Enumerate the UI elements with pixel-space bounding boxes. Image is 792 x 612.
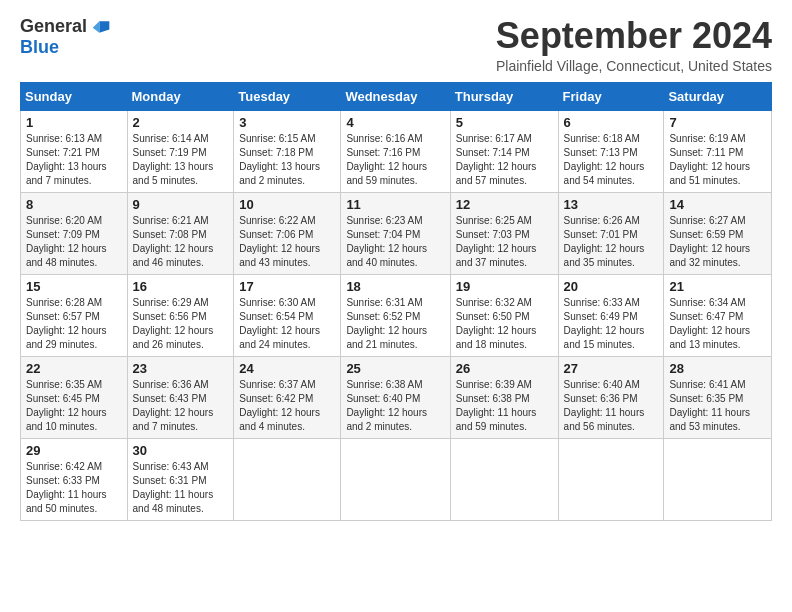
- day-number: 12: [456, 197, 553, 212]
- day-info: Sunrise: 6:37 AMSunset: 6:42 PMDaylight:…: [239, 379, 320, 432]
- day-number: 18: [346, 279, 444, 294]
- day-info: Sunrise: 6:41 AMSunset: 6:35 PMDaylight:…: [669, 379, 750, 432]
- day-cell: 30 Sunrise: 6:43 AMSunset: 6:31 PMDaylig…: [127, 438, 234, 520]
- day-number: 3: [239, 115, 335, 130]
- day-cell: 2 Sunrise: 6:14 AMSunset: 7:19 PMDayligh…: [127, 110, 234, 192]
- day-info: Sunrise: 6:18 AMSunset: 7:13 PMDaylight:…: [564, 133, 645, 186]
- day-cell: 8 Sunrise: 6:20 AMSunset: 7:09 PMDayligh…: [21, 192, 128, 274]
- day-cell: 11 Sunrise: 6:23 AMSunset: 7:04 PMDaylig…: [341, 192, 450, 274]
- week-row-5: 29 Sunrise: 6:42 AMSunset: 6:33 PMDaylig…: [21, 438, 772, 520]
- day-number: 20: [564, 279, 659, 294]
- logo-general: General: [20, 16, 87, 37]
- location-title: Plainfield Village, Connecticut, United …: [496, 58, 772, 74]
- day-info: Sunrise: 6:13 AMSunset: 7:21 PMDaylight:…: [26, 133, 107, 186]
- day-cell: 24 Sunrise: 6:37 AMSunset: 6:42 PMDaylig…: [234, 356, 341, 438]
- calendar-table: SundayMondayTuesdayWednesdayThursdayFrid…: [20, 82, 772, 521]
- day-info: Sunrise: 6:20 AMSunset: 7:09 PMDaylight:…: [26, 215, 107, 268]
- day-number: 16: [133, 279, 229, 294]
- day-cell: 5 Sunrise: 6:17 AMSunset: 7:14 PMDayligh…: [450, 110, 558, 192]
- day-cell: [664, 438, 772, 520]
- day-info: Sunrise: 6:27 AMSunset: 6:59 PMDaylight:…: [669, 215, 750, 268]
- day-cell: 14 Sunrise: 6:27 AMSunset: 6:59 PMDaylig…: [664, 192, 772, 274]
- day-number: 11: [346, 197, 444, 212]
- day-cell: 7 Sunrise: 6:19 AMSunset: 7:11 PMDayligh…: [664, 110, 772, 192]
- day-info: Sunrise: 6:42 AMSunset: 6:33 PMDaylight:…: [26, 461, 107, 514]
- day-cell: 1 Sunrise: 6:13 AMSunset: 7:21 PMDayligh…: [21, 110, 128, 192]
- weekday-header-tuesday: Tuesday: [234, 82, 341, 110]
- day-cell: 13 Sunrise: 6:26 AMSunset: 7:01 PMDaylig…: [558, 192, 664, 274]
- day-info: Sunrise: 6:39 AMSunset: 6:38 PMDaylight:…: [456, 379, 537, 432]
- day-number: 2: [133, 115, 229, 130]
- day-number: 17: [239, 279, 335, 294]
- day-number: 24: [239, 361, 335, 376]
- weekday-header-sunday: Sunday: [21, 82, 128, 110]
- day-number: 23: [133, 361, 229, 376]
- day-number: 21: [669, 279, 766, 294]
- day-info: Sunrise: 6:23 AMSunset: 7:04 PMDaylight:…: [346, 215, 427, 268]
- day-cell: 25 Sunrise: 6:38 AMSunset: 6:40 PMDaylig…: [341, 356, 450, 438]
- day-info: Sunrise: 6:22 AMSunset: 7:06 PMDaylight:…: [239, 215, 320, 268]
- day-cell: 6 Sunrise: 6:18 AMSunset: 7:13 PMDayligh…: [558, 110, 664, 192]
- day-cell: 27 Sunrise: 6:40 AMSunset: 6:36 PMDaylig…: [558, 356, 664, 438]
- day-number: 28: [669, 361, 766, 376]
- day-number: 10: [239, 197, 335, 212]
- week-row-2: 8 Sunrise: 6:20 AMSunset: 7:09 PMDayligh…: [21, 192, 772, 274]
- weekday-header-wednesday: Wednesday: [341, 82, 450, 110]
- day-number: 19: [456, 279, 553, 294]
- day-number: 22: [26, 361, 122, 376]
- logo: General Blue: [20, 16, 111, 58]
- day-info: Sunrise: 6:17 AMSunset: 7:14 PMDaylight:…: [456, 133, 537, 186]
- day-cell: 12 Sunrise: 6:25 AMSunset: 7:03 PMDaylig…: [450, 192, 558, 274]
- day-cell: 19 Sunrise: 6:32 AMSunset: 6:50 PMDaylig…: [450, 274, 558, 356]
- day-cell: 17 Sunrise: 6:30 AMSunset: 6:54 PMDaylig…: [234, 274, 341, 356]
- title-area: September 2024 Plainfield Village, Conne…: [496, 16, 772, 74]
- day-cell: 20 Sunrise: 6:33 AMSunset: 6:49 PMDaylig…: [558, 274, 664, 356]
- day-number: 6: [564, 115, 659, 130]
- day-cell: [234, 438, 341, 520]
- logo-icon: [91, 17, 111, 37]
- day-info: Sunrise: 6:29 AMSunset: 6:56 PMDaylight:…: [133, 297, 214, 350]
- day-number: 1: [26, 115, 122, 130]
- day-number: 26: [456, 361, 553, 376]
- day-info: Sunrise: 6:16 AMSunset: 7:16 PMDaylight:…: [346, 133, 427, 186]
- day-cell: [558, 438, 664, 520]
- day-cell: 4 Sunrise: 6:16 AMSunset: 7:16 PMDayligh…: [341, 110, 450, 192]
- day-cell: 26 Sunrise: 6:39 AMSunset: 6:38 PMDaylig…: [450, 356, 558, 438]
- month-title: September 2024: [496, 16, 772, 56]
- day-cell: [450, 438, 558, 520]
- week-row-4: 22 Sunrise: 6:35 AMSunset: 6:45 PMDaylig…: [21, 356, 772, 438]
- weekday-header-monday: Monday: [127, 82, 234, 110]
- day-cell: [341, 438, 450, 520]
- day-info: Sunrise: 6:19 AMSunset: 7:11 PMDaylight:…: [669, 133, 750, 186]
- day-number: 5: [456, 115, 553, 130]
- day-info: Sunrise: 6:40 AMSunset: 6:36 PMDaylight:…: [564, 379, 645, 432]
- day-info: Sunrise: 6:26 AMSunset: 7:01 PMDaylight:…: [564, 215, 645, 268]
- day-info: Sunrise: 6:32 AMSunset: 6:50 PMDaylight:…: [456, 297, 537, 350]
- week-row-1: 1 Sunrise: 6:13 AMSunset: 7:21 PMDayligh…: [21, 110, 772, 192]
- day-cell: 10 Sunrise: 6:22 AMSunset: 7:06 PMDaylig…: [234, 192, 341, 274]
- day-number: 25: [346, 361, 444, 376]
- day-info: Sunrise: 6:33 AMSunset: 6:49 PMDaylight:…: [564, 297, 645, 350]
- day-info: Sunrise: 6:38 AMSunset: 6:40 PMDaylight:…: [346, 379, 427, 432]
- day-number: 4: [346, 115, 444, 130]
- weekday-header-thursday: Thursday: [450, 82, 558, 110]
- day-info: Sunrise: 6:14 AMSunset: 7:19 PMDaylight:…: [133, 133, 214, 186]
- day-info: Sunrise: 6:31 AMSunset: 6:52 PMDaylight:…: [346, 297, 427, 350]
- day-cell: 23 Sunrise: 6:36 AMSunset: 6:43 PMDaylig…: [127, 356, 234, 438]
- day-cell: 28 Sunrise: 6:41 AMSunset: 6:35 PMDaylig…: [664, 356, 772, 438]
- logo-blue: Blue: [20, 37, 59, 57]
- day-number: 14: [669, 197, 766, 212]
- day-info: Sunrise: 6:28 AMSunset: 6:57 PMDaylight:…: [26, 297, 107, 350]
- day-number: 27: [564, 361, 659, 376]
- week-row-3: 15 Sunrise: 6:28 AMSunset: 6:57 PMDaylig…: [21, 274, 772, 356]
- svg-marker-0: [99, 21, 109, 33]
- day-cell: 9 Sunrise: 6:21 AMSunset: 7:08 PMDayligh…: [127, 192, 234, 274]
- day-info: Sunrise: 6:30 AMSunset: 6:54 PMDaylight:…: [239, 297, 320, 350]
- day-number: 15: [26, 279, 122, 294]
- weekday-header-saturday: Saturday: [664, 82, 772, 110]
- weekday-header-row: SundayMondayTuesdayWednesdayThursdayFrid…: [21, 82, 772, 110]
- day-info: Sunrise: 6:21 AMSunset: 7:08 PMDaylight:…: [133, 215, 214, 268]
- day-info: Sunrise: 6:35 AMSunset: 6:45 PMDaylight:…: [26, 379, 107, 432]
- day-number: 13: [564, 197, 659, 212]
- day-number: 29: [26, 443, 122, 458]
